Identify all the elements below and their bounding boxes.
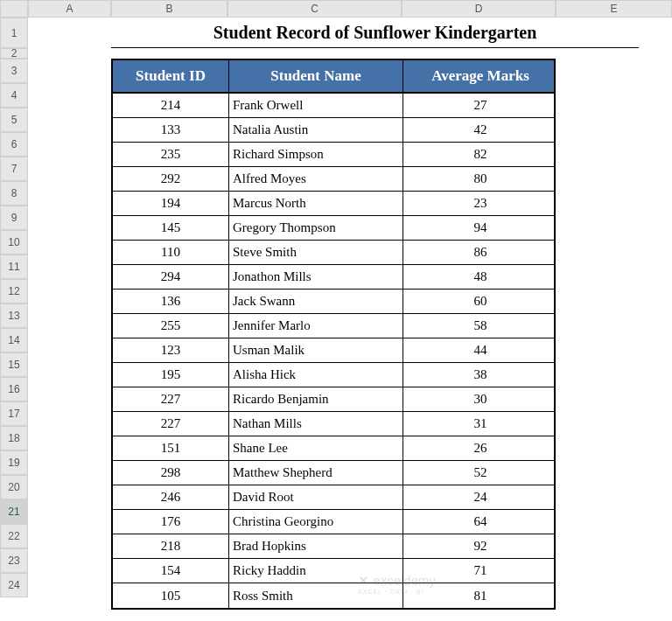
row-header-21[interactable]: 21: [0, 499, 28, 524]
cell-student-id[interactable]: 145: [113, 216, 229, 240]
cell-average-marks[interactable]: 80: [403, 167, 557, 191]
row-header-12[interactable]: 12: [0, 279, 28, 304]
cell-student-name[interactable]: Jack Swann: [229, 290, 403, 313]
row-header-5[interactable]: 5: [0, 108, 28, 132]
cell-student-name[interactable]: Steve Smith: [229, 241, 403, 264]
row-header-24[interactable]: 24: [0, 573, 28, 597]
cell-student-id[interactable]: 298: [113, 461, 229, 485]
cell-student-id[interactable]: 154: [113, 559, 229, 583]
cell-student-name[interactable]: David Root: [229, 485, 403, 509]
row-header-3[interactable]: 3: [0, 59, 28, 83]
cell-average-marks[interactable]: 26: [403, 436, 557, 460]
cell-average-marks[interactable]: 24: [403, 485, 557, 509]
row-header-19[interactable]: 19: [0, 450, 28, 475]
cell-average-marks[interactable]: 52: [403, 461, 557, 485]
cell-average-marks[interactable]: 64: [403, 510, 557, 534]
cell-student-id[interactable]: 218: [113, 534, 229, 558]
cell-student-name[interactable]: Richard Simpson: [229, 143, 403, 166]
header-student-name[interactable]: Student Name: [229, 60, 403, 92]
cell-average-marks[interactable]: 30: [403, 387, 557, 411]
cell-student-id[interactable]: 255: [113, 314, 229, 338]
cell-student-name[interactable]: Usman Malik: [229, 338, 403, 362]
row-header-17[interactable]: 17: [0, 401, 28, 426]
col-header-c[interactable]: C: [228, 0, 402, 17]
row-header-1[interactable]: 1: [0, 17, 28, 48]
col-header-e[interactable]: E: [556, 0, 672, 17]
cell-student-id[interactable]: 235: [113, 143, 229, 166]
cell-student-id[interactable]: 294: [113, 265, 229, 289]
cell-average-marks[interactable]: 81: [403, 583, 557, 608]
cell-average-marks[interactable]: 82: [403, 143, 557, 166]
cell-average-marks[interactable]: 27: [403, 94, 557, 117]
row-header-15[interactable]: 15: [0, 352, 28, 377]
row-header-18[interactable]: 18: [0, 426, 28, 450]
row-header-9[interactable]: 9: [0, 206, 28, 230]
cell-student-id[interactable]: 105: [113, 583, 229, 608]
cell-average-marks[interactable]: 31: [403, 412, 557, 436]
cell-student-name[interactable]: Matthew Shepherd: [229, 461, 403, 485]
cell-average-marks[interactable]: 38: [403, 363, 557, 387]
cell-student-name[interactable]: Shane Lee: [229, 436, 403, 460]
cell-student-name[interactable]: Nathan Mills: [229, 412, 403, 436]
cell-student-id[interactable]: 176: [113, 510, 229, 534]
cell-student-id[interactable]: 151: [113, 436, 229, 460]
cell-student-id[interactable]: 194: [113, 192, 229, 215]
header-average-marks[interactable]: Average Marks: [403, 60, 557, 92]
cell-student-name[interactable]: Gregory Thompson: [229, 216, 403, 240]
cell-student-name[interactable]: Jennifer Marlo: [229, 314, 403, 338]
col-header-a[interactable]: A: [28, 0, 111, 17]
cell-student-id[interactable]: 292: [113, 167, 229, 191]
cell-average-marks[interactable]: 60: [403, 290, 557, 313]
cell-student-id[interactable]: 227: [113, 412, 229, 436]
cell-student-id[interactable]: 195: [113, 363, 229, 387]
cell-student-id[interactable]: 133: [113, 118, 229, 142]
cell-average-marks[interactable]: 94: [403, 216, 557, 240]
row-header-23[interactable]: 23: [0, 548, 28, 573]
table-row: 227Nathan Mills31: [113, 412, 554, 436]
row-header-6[interactable]: 6: [0, 132, 28, 157]
col-header-b[interactable]: B: [111, 0, 228, 17]
cell-average-marks[interactable]: 42: [403, 118, 557, 142]
table-row: 235Richard Simpson82: [113, 143, 554, 167]
row-header-20[interactable]: 20: [0, 475, 28, 499]
cell-student-name[interactable]: Natalia Austin: [229, 118, 403, 142]
cell-average-marks[interactable]: 23: [403, 192, 557, 215]
row-header-4[interactable]: 4: [0, 83, 28, 108]
cell-student-name[interactable]: Marcus North: [229, 192, 403, 215]
cell-student-name[interactable]: Alfred Moyes: [229, 167, 403, 191]
row-header-10[interactable]: 10: [0, 230, 28, 255]
cell-average-marks[interactable]: 71: [403, 559, 557, 583]
page-title[interactable]: Student Record of Sunflower Kindergarten: [111, 17, 639, 48]
cell-student-name[interactable]: Christina Georgino: [229, 510, 403, 534]
cell-student-id[interactable]: 110: [113, 241, 229, 264]
row-header-14[interactable]: 14: [0, 328, 28, 352]
cell-student-name[interactable]: Ricky Haddin: [229, 559, 403, 583]
row-header-11[interactable]: 11: [0, 255, 28, 279]
cell-student-name[interactable]: Jonathon Mills: [229, 265, 403, 289]
cell-student-name[interactable]: Frank Orwell: [229, 94, 403, 117]
row-header-8[interactable]: 8: [0, 181, 28, 206]
cell-student-id[interactable]: 123: [113, 338, 229, 362]
cell-average-marks[interactable]: 44: [403, 338, 557, 362]
corner-cell[interactable]: [0, 0, 28, 17]
col-header-d[interactable]: D: [402, 0, 556, 17]
cell-student-id[interactable]: 136: [113, 290, 229, 313]
table-row: 246David Root24: [113, 485, 554, 510]
cell-average-marks[interactable]: 86: [403, 241, 557, 264]
row-header-7[interactable]: 7: [0, 157, 28, 181]
row-header-2[interactable]: 2: [0, 48, 28, 59]
row-header-13[interactable]: 13: [0, 304, 28, 328]
cell-student-id[interactable]: 214: [113, 94, 229, 117]
cell-student-name[interactable]: Ricardo Benjamin: [229, 387, 403, 411]
row-header-22[interactable]: 22: [0, 524, 28, 548]
cell-student-id[interactable]: 246: [113, 485, 229, 509]
cell-student-name[interactable]: Ross Smith: [229, 583, 403, 608]
cell-student-name[interactable]: Alisha Hick: [229, 363, 403, 387]
cell-student-id[interactable]: 227: [113, 387, 229, 411]
header-student-id[interactable]: Student ID: [113, 60, 229, 92]
cell-average-marks[interactable]: 48: [403, 265, 557, 289]
cell-student-name[interactable]: Brad Hopkins: [229, 534, 403, 558]
cell-average-marks[interactable]: 58: [403, 314, 557, 338]
row-header-16[interactable]: 16: [0, 377, 28, 401]
cell-average-marks[interactable]: 92: [403, 534, 557, 558]
